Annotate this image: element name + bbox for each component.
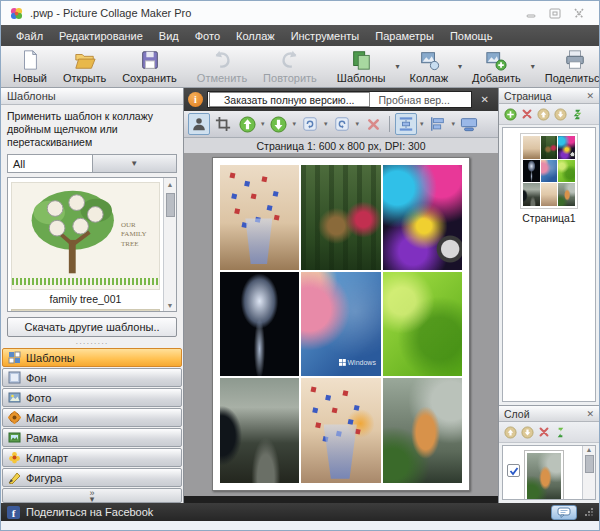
move-down-button[interactable] bbox=[268, 113, 290, 135]
align-dropdown-arrow[interactable]: ▾ bbox=[451, 120, 457, 128]
template-list-scrollbar[interactable]: ▲ ▼ bbox=[163, 178, 176, 311]
delete-page-icon[interactable] bbox=[521, 108, 533, 120]
fit-page-button[interactable] bbox=[458, 113, 480, 135]
add-button[interactable]: Добавить bbox=[464, 47, 529, 86]
trial-strip: Заказать полную версию... Пробная вер... bbox=[207, 91, 472, 108]
collage-tile-pink-dancer[interactable]: Windows bbox=[301, 272, 380, 377]
category-photo[interactable]: Фото bbox=[2, 388, 182, 407]
rotate-ccw-dropdown-arrow[interactable]: ▾ bbox=[355, 120, 361, 128]
category-background[interactable]: Фон bbox=[2, 368, 182, 387]
collage-tile-tiger[interactable] bbox=[383, 378, 462, 483]
share-button[interactable]: Поделиться bbox=[537, 47, 600, 86]
scrollbar-track[interactable] bbox=[166, 190, 175, 299]
layer-list-scrollbar[interactable]: ▲ ▼ bbox=[582, 446, 595, 500]
scroll-down-icon[interactable]: ▼ bbox=[586, 497, 593, 500]
collage-label: Коллаж bbox=[409, 72, 448, 84]
resize-grip[interactable] bbox=[585, 508, 593, 516]
collage-tile-neon-car[interactable] bbox=[383, 165, 462, 270]
move-down-dropdown-arrow[interactable]: ▾ bbox=[292, 120, 298, 128]
category-templates[interactable]: Шаблоны bbox=[2, 348, 182, 367]
collage-tile-bear-forest[interactable] bbox=[301, 165, 380, 270]
menu-tools[interactable]: Инструменты bbox=[284, 28, 367, 44]
collage-tile-forest-road[interactable] bbox=[220, 378, 299, 483]
align-button[interactable] bbox=[427, 113, 449, 135]
page-panel-close-icon[interactable]: ✕ bbox=[586, 91, 594, 101]
template-item-family-tree[interactable]: OUR FAMILY TREE family tree_001 bbox=[11, 182, 160, 309]
rotate-cw-button[interactable] bbox=[299, 113, 321, 135]
refresh-pages-icon[interactable] bbox=[571, 108, 584, 121]
save-button[interactable]: Сохранить bbox=[114, 47, 185, 86]
category-clipart[interactable]: Клипарт bbox=[2, 448, 182, 467]
category-masks[interactable]: Маски bbox=[2, 408, 182, 427]
add-dropdown-arrow[interactable]: ▾ bbox=[529, 62, 537, 71]
open-button[interactable]: Открыть bbox=[55, 47, 114, 86]
templates-dropdown-arrow[interactable]: ▾ bbox=[393, 62, 401, 71]
menu-file[interactable]: Файл bbox=[9, 28, 50, 44]
rotate-ccw-button[interactable] bbox=[331, 113, 353, 135]
move-up-button[interactable] bbox=[236, 113, 258, 135]
filter-dropdown-arrow-icon[interactable]: ▼ bbox=[92, 155, 177, 172]
crop-tool[interactable] bbox=[212, 113, 234, 135]
scrollbar-track[interactable] bbox=[585, 453, 594, 497]
facebook-share-link[interactable]: Поделиться на Facebook bbox=[26, 506, 153, 518]
collage-tile-dice-glass-2[interactable] bbox=[301, 378, 380, 483]
layer-down-icon-disabled[interactable] bbox=[521, 426, 534, 439]
category-frame[interactable]: Рамка bbox=[2, 428, 182, 447]
scroll-up-icon[interactable]: ▲ bbox=[167, 178, 174, 190]
collage-dropdown-arrow[interactable]: ▾ bbox=[456, 62, 464, 71]
distribute-dropdown-arrow[interactable]: ▾ bbox=[419, 120, 425, 128]
order-full-version-button[interactable]: Заказать полную версию... bbox=[209, 92, 370, 107]
scroll-down-icon[interactable]: ▼ bbox=[167, 299, 174, 311]
collage-page[interactable]: Windows bbox=[212, 157, 470, 491]
scrollbar-thumb[interactable] bbox=[166, 193, 175, 217]
menu-view[interactable]: Вид bbox=[152, 28, 186, 44]
scrollbar-thumb[interactable] bbox=[585, 455, 594, 473]
undo-button[interactable]: Отменить bbox=[189, 47, 255, 86]
layer-visibility-checkbox[interactable] bbox=[507, 464, 520, 477]
layer-panel-close-icon[interactable]: ✕ bbox=[586, 409, 594, 419]
feedback-chat-button[interactable] bbox=[551, 505, 577, 520]
collage-tile-smoke-bulb[interactable] bbox=[220, 272, 299, 377]
layer-up-icon-disabled[interactable] bbox=[504, 426, 517, 439]
page-thumbnail[interactable] bbox=[520, 133, 578, 209]
maximize-button[interactable] bbox=[549, 8, 561, 19]
layer-panel-title: Слой bbox=[504, 408, 530, 420]
page-up-icon-disabled[interactable] bbox=[537, 108, 550, 121]
collage-button[interactable]: Коллаж bbox=[401, 47, 456, 86]
family-tree-thumbnail[interactable]: OUR FAMILY TREE bbox=[11, 182, 160, 290]
panel-splitter[interactable]: ········· bbox=[1, 340, 183, 348]
delete-button[interactable] bbox=[362, 113, 384, 135]
menu-help[interactable]: Помощь bbox=[443, 28, 500, 44]
ribbon-template-thumbnail[interactable]: FAMILY TREE bbox=[11, 309, 160, 311]
category-shape[interactable]: Фигура bbox=[2, 468, 182, 487]
scroll-up-icon[interactable]: ▲ bbox=[586, 446, 593, 453]
close-button[interactable] bbox=[573, 8, 585, 19]
add-page-icon[interactable] bbox=[504, 108, 517, 121]
menu-collage[interactable]: Коллаж bbox=[229, 28, 282, 44]
select-photo-tool[interactable] bbox=[188, 113, 210, 135]
distribute-button[interactable] bbox=[395, 113, 417, 135]
layer-item[interactable]: Фото bbox=[524, 450, 564, 500]
delete-layer-icon[interactable] bbox=[538, 426, 550, 438]
template-item-family-tree-2[interactable]: FAMILY TREE bbox=[11, 309, 160, 311]
page-down-icon-disabled[interactable] bbox=[554, 108, 567, 121]
move-up-dropdown-arrow[interactable]: ▾ bbox=[260, 120, 266, 128]
green-up-arrow-icon bbox=[239, 116, 256, 133]
template-filter-select[interactable]: All ▼ bbox=[7, 154, 177, 173]
refresh-layers-icon[interactable] bbox=[554, 426, 567, 439]
menu-edit[interactable]: Редактирование bbox=[52, 28, 150, 44]
notification-close-icon[interactable]: ✕ bbox=[476, 94, 494, 105]
collage-tile-dice-glass[interactable] bbox=[220, 165, 299, 270]
menu-options[interactable]: Параметры bbox=[368, 28, 441, 44]
new-button[interactable]: Новый bbox=[5, 47, 55, 86]
layer-thumbnail[interactable] bbox=[524, 450, 564, 500]
minimize-button[interactable] bbox=[525, 8, 537, 19]
rotate-cw-dropdown-arrow[interactable]: ▾ bbox=[323, 120, 329, 128]
menu-photo[interactable]: Фото bbox=[188, 28, 227, 44]
collage-tile-green-leaves[interactable] bbox=[383, 272, 462, 377]
category-overflow-bar[interactable]: »▾ bbox=[2, 488, 182, 503]
page-thumbnail-label: Страница1 bbox=[522, 209, 575, 224]
redo-button[interactable]: Повторить bbox=[255, 47, 325, 86]
templates-button[interactable]: Шаблоны bbox=[329, 47, 394, 86]
download-templates-button[interactable]: Скачать другие шаблоны.. bbox=[7, 317, 177, 337]
